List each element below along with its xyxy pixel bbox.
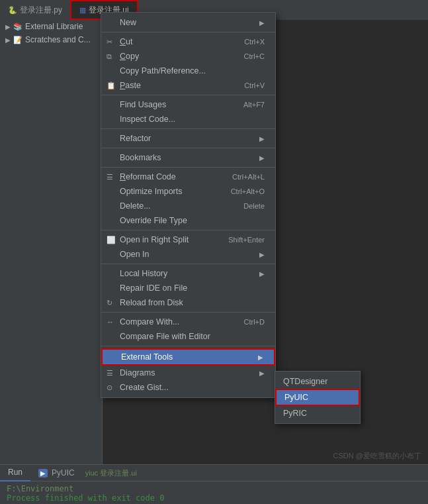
delete-label: Delete... (120, 201, 151, 211)
compare-file-label: Compare File with Editor (120, 332, 210, 341)
menu-item-repair-ide[interactable]: Repair IDE on File (101, 281, 275, 295)
separator-1 (101, 32, 275, 32)
cut-shortcut: Ctrl+X (244, 38, 265, 46)
context-menu: New ▶ ✂ Cut Ctrl+X ⧉ Copy Ctrl+C Copy Pa… (101, 12, 276, 398)
menu-item-local-history[interactable]: Local History ▶ (101, 266, 275, 281)
menu-item-optimize-imports[interactable]: Optimize Imports Ctrl+Alt+O (101, 184, 275, 199)
menu-item-bookmarks[interactable]: Bookmarks ▶ (101, 150, 275, 165)
reformat-shortcut: Ctrl+Alt+L (232, 173, 265, 181)
menu-item-find-usages[interactable]: Find Usages Alt+F7 (101, 97, 275, 112)
separator-6 (101, 230, 275, 230)
optimize-shortcut: Ctrl+Alt+O (231, 187, 265, 195)
refactor-arrow-icon: ▶ (259, 135, 265, 142)
pyric-label: PyRIC (283, 409, 307, 418)
process-status: Process finished with exit code 0 (7, 493, 164, 503)
reformat-label: Reformat Code (120, 172, 176, 181)
separator-9 (101, 346, 275, 346)
menu-item-new[interactable]: New ▶ (101, 15, 275, 30)
menu-item-cut[interactable]: ✂ Cut Ctrl+X (101, 34, 275, 49)
split-icon: ⬜ (107, 236, 116, 244)
paste-shortcut: Ctrl+V (244, 81, 265, 89)
sidebar-item-scratches[interactable]: ▶ 📝 Scratches and C... (0, 33, 102, 46)
sidebar-item-ext-libraries[interactable]: ▶ 📚 External Librarie (0, 20, 102, 33)
menu-item-open-right-split[interactable]: ⬜ Open in Right Split Shift+Enter (101, 232, 275, 247)
menu-item-copy[interactable]: ⧉ Copy Ctrl+C (101, 49, 275, 64)
paste-label: Paste (120, 81, 141, 90)
run-tab-pyuic[interactable]: ▶ PyUIC (30, 465, 83, 481)
reformat-icon: ☰ (107, 173, 113, 181)
menu-item-reformat-code[interactable]: ☰ Reformat Code Ctrl+Alt+L (101, 170, 275, 184)
external-tools-submenu: QTDesigner PyUIC PyRIC (275, 371, 361, 424)
diagrams-arrow-icon: ▶ (259, 370, 265, 377)
menu-item-delete[interactable]: Delete... Delete (101, 199, 275, 213)
paste-icon: 📋 (107, 81, 116, 90)
open-right-shortcut: Shift+Enter (228, 236, 265, 244)
separator-7 (101, 264, 275, 264)
diagrams-label: Diagrams (120, 368, 155, 378)
create-gist-label: Create Gist... (120, 383, 169, 392)
menu-item-override-file-type[interactable]: Override File Type (101, 213, 275, 228)
open-in-arrow-icon: ▶ (259, 251, 265, 258)
run-process-text: Process finished with exit code 0 (7, 493, 421, 503)
separator-2 (101, 95, 275, 95)
scratches-icon: 📝 (13, 36, 22, 44)
local-history-label: Local History (120, 269, 167, 278)
copy-label: Copy (120, 52, 139, 61)
menu-item-open-in[interactable]: Open In ▶ (101, 247, 275, 262)
submenu-item-pyuic[interactable]: PyUIC (275, 389, 360, 406)
menu-item-inspect-code[interactable]: Inspect Code... (101, 112, 275, 126)
menu-item-compare-with[interactable]: ↔ Compare With... Ctrl+D (101, 315, 275, 329)
copy-shortcut: Ctrl+C (244, 52, 265, 60)
reload-icon: ↻ (107, 299, 112, 307)
separator-8 (101, 312, 275, 313)
menu-item-reload-disk[interactable]: ↻ Reload from Disk (101, 295, 275, 310)
expand-arrow2-icon: ▶ (5, 36, 11, 44)
find-usages-shortcut: Alt+F7 (243, 101, 265, 109)
py-icon: 🐍 (8, 6, 17, 15)
pyuic-tab-label: PyUIC (52, 468, 75, 478)
ext-tools-label: External Tools (121, 352, 173, 362)
menu-item-refactor[interactable]: Refactor ▶ (101, 131, 275, 146)
find-usages-label: Find Usages (120, 100, 166, 109)
copy-icon: ⧉ (107, 52, 112, 61)
cut-icon: ✂ (107, 38, 112, 46)
watermark-text: CSDN @爱吃雪糕的小布丁 (333, 452, 421, 460)
expand-arrow-icon: ▶ (5, 23, 11, 30)
gist-icon: ⊙ (107, 383, 112, 392)
menu-item-diagrams[interactable]: ☰ Diagrams ▶ (101, 366, 275, 380)
menu-item-create-gist[interactable]: ⊙ Create Gist... (101, 380, 275, 395)
override-file-type-label: Override File Type (120, 216, 187, 225)
inspect-code-label: Inspect Code... (120, 115, 175, 124)
ext-tools-arrow-icon: ▶ (258, 354, 263, 361)
open-right-split-label: Open in Right Split (120, 235, 189, 244)
submenu-item-pyric[interactable]: PyRIC (275, 406, 360, 421)
ui-icon: ▦ (79, 6, 86, 15)
cut-label: Cut (120, 37, 132, 46)
menu-item-external-tools[interactable]: External Tools ▶ (101, 348, 275, 366)
compare-icon: ↔ (107, 318, 114, 326)
local-history-arrow-icon: ▶ (259, 270, 265, 277)
diagrams-icon: ☰ (107, 369, 113, 378)
copy-path-label: Copy Path/Reference... (120, 66, 206, 76)
run-tab-run[interactable]: Run (0, 465, 30, 481)
run-tab-label: Run (8, 468, 22, 477)
menu-item-copy-path[interactable]: Copy Path/Reference... (101, 64, 275, 78)
watermark: CSDN @爱吃雪糕的小布丁 (333, 451, 421, 461)
compare-shortcut: Ctrl+D (244, 318, 265, 326)
bookmarks-arrow-icon: ▶ (259, 154, 265, 162)
run-content: F:\Environment Process finished with exi… (0, 481, 428, 504)
run-panel: Run ▶ PyUIC yiuc 登录注册.ui F:\Environment … (0, 464, 428, 504)
delete-shortcut: Delete (243, 202, 265, 210)
ide-background: 🐍 登录注册.py ▦ 登录注册.ui ▶ 📚 External Librari… (0, 0, 428, 504)
open-in-label: Open In (120, 250, 149, 259)
new-label: New (120, 18, 136, 27)
refactor-label: Refactor (120, 134, 151, 143)
py-file-tab[interactable]: 🐍 登录注册.py (0, 0, 70, 20)
submenu-item-qtdesigner[interactable]: QTDesigner (275, 374, 360, 389)
bookmarks-label: Bookmarks (120, 153, 161, 162)
repair-ide-label: Repair IDE on File (120, 283, 187, 293)
compare-with-label: Compare With... (120, 317, 179, 327)
separator-4 (101, 148, 275, 148)
menu-item-compare-file[interactable]: Compare File with Editor (101, 329, 275, 344)
menu-item-paste[interactable]: 📋 Paste Ctrl+V (101, 78, 275, 93)
